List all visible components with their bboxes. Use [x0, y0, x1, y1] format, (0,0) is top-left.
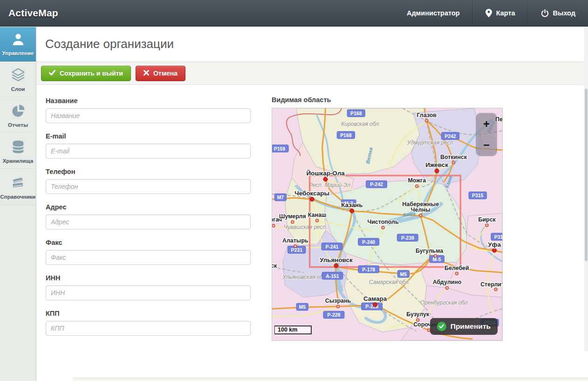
road-badge: Р-228	[323, 311, 344, 318]
apply-button[interactable]: Применить	[430, 318, 498, 335]
sidebar-item-management[interactable]: Управление	[0, 27, 36, 62]
svg-text:Р-239: Р-239	[401, 236, 414, 241]
form-field: E-mail	[46, 132, 251, 159]
apply-button-label: Применить	[451, 322, 491, 331]
field-label: Название	[46, 97, 251, 104]
map-panel-label: Видимая область	[272, 96, 503, 104]
svg-text:Самара: Самара	[363, 295, 387, 302]
svg-text:Можга: Можга	[408, 177, 426, 184]
logout-link[interactable]: Выход	[528, 0, 588, 26]
top-toolbar: Сохранить и выйти Отмена	[36, 62, 588, 85]
logout-label: Выход	[553, 9, 575, 17]
road-badge: Р-242	[366, 180, 387, 187]
svg-text:Канаш: Канаш	[308, 212, 326, 218]
map-scale-bar: 100 km	[274, 326, 312, 334]
header-menu: Администратор Карта Выход	[394, 0, 588, 26]
map-canvas: Кировская обл.Удмуртская респ.Респ. Мари…	[272, 108, 502, 340]
form-field: Адрес	[46, 203, 251, 229]
x-icon	[144, 69, 149, 77]
field-input[interactable]	[46, 215, 251, 229]
svg-text:Йошкар-Ола: Йошкар-Ола	[306, 170, 345, 177]
svg-text:Р242: Р242	[444, 134, 456, 139]
road-badge: М5	[296, 303, 308, 310]
organization-form: НазваниеE-mailТелефонАдресФаксИННКПП	[46, 97, 251, 345]
svg-text:Р231: Р231	[291, 248, 303, 253]
sidebar-item-layers[interactable]: Слои	[0, 62, 36, 97]
pie-chart-icon	[10, 103, 26, 119]
save-button[interactable]: Сохранить и выйти	[41, 66, 131, 81]
map-region-label: Оренбургская обл.	[420, 299, 469, 306]
road-badge: Р-228	[362, 303, 383, 310]
field-input[interactable]	[46, 321, 251, 336]
sidebar-item-reports[interactable]: Отчеты	[0, 97, 36, 133]
sidebar-item-label: Слои	[11, 86, 25, 92]
scrollbar-thumb[interactable]	[585, 89, 588, 261]
zoom-in-button[interactable]: +	[477, 114, 496, 134]
map-link[interactable]: Карта	[473, 0, 528, 26]
user-icon	[10, 32, 26, 47]
svg-text:Бугульма: Бугульма	[416, 248, 443, 254]
svg-text:Абдулино: Абдулино	[433, 279, 462, 285]
main-area: Создание организации Сохранить и выйти О…	[36, 27, 588, 381]
svg-text:Р-242: Р-242	[370, 182, 383, 187]
form-field: Факс	[46, 239, 251, 265]
sidebar-item-storages[interactable]: Хранилища	[0, 133, 36, 169]
map-link-label: Карта	[496, 9, 515, 17]
layers-icon	[10, 67, 26, 83]
svg-text:Уфа: Уфа	[488, 241, 501, 248]
power-icon	[541, 9, 549, 17]
road-badge: М5	[397, 270, 409, 277]
svg-text:Р-240: Р-240	[362, 240, 375, 245]
field-label: E-mail	[46, 132, 251, 140]
sidebar: Управление Слои Отчеты Хранилища	[0, 27, 36, 381]
check-circle-icon	[437, 322, 446, 331]
svg-text:А-151: А-151	[326, 274, 339, 279]
road-badge: Р315	[491, 233, 502, 240]
road-badge: Р-240	[358, 238, 379, 245]
svg-text:М7: М7	[277, 195, 284, 200]
zoom-out-button[interactable]: −	[477, 135, 496, 155]
svg-text:Р-178: Р-178	[362, 267, 375, 272]
sidebar-item-directories[interactable]: Справочники	[0, 169, 36, 205]
sidebar-item-label: Хранилища	[3, 158, 34, 164]
svg-text:М5: М5	[400, 272, 407, 277]
map-city: нск	[272, 263, 277, 269]
field-label: КПП	[46, 310, 251, 317]
save-button-label: Сохранить и выйти	[60, 69, 123, 77]
svg-text:Алатырь: Алатырь	[282, 237, 308, 244]
field-label: Адрес	[46, 203, 251, 211]
road-badge: Р242	[441, 132, 459, 139]
user-menu[interactable]: Администратор	[394, 0, 472, 26]
field-input[interactable]	[46, 108, 251, 123]
svg-text:Р-228: Р-228	[328, 312, 341, 318]
svg-text:Ижевск: Ижевск	[425, 161, 448, 168]
field-input[interactable]	[46, 144, 251, 159]
svg-text:Воткинск: Воткинск	[440, 154, 467, 160]
map-region-label: Удмуртская респ.	[407, 139, 455, 146]
vertical-scrollbar	[584, 27, 588, 351]
sidebar-item-label: Отчеты	[8, 122, 28, 128]
field-label: ИНН	[46, 274, 251, 282]
svg-text:М5: М5	[299, 305, 306, 310]
map-region-label: Ульяновская обл.	[282, 274, 328, 280]
field-input[interactable]	[46, 179, 251, 194]
form-field: Название	[46, 97, 251, 123]
field-label: Факс	[46, 239, 251, 246]
books-icon	[10, 175, 26, 191]
field-input[interactable]	[46, 285, 251, 300]
cancel-button[interactable]: Отмена	[136, 66, 185, 81]
svg-text:Р168: Р168	[340, 133, 352, 138]
field-input[interactable]	[46, 250, 251, 265]
visible-area-map[interactable]: Кировская обл.Удмуртская респ.Респ. Мари…	[272, 108, 503, 341]
page-head: Создание организации	[36, 27, 588, 62]
svg-text:Шумерля: Шумерля	[279, 213, 306, 220]
check-icon	[49, 69, 55, 77]
road-badge: Р-239	[397, 234, 418, 241]
svg-text:Глазов: Глазов	[417, 112, 437, 118]
map-zoom-control: + −	[476, 113, 497, 156]
map-region-label: Самарская обл.	[369, 279, 410, 285]
svg-text:нск: нск	[272, 263, 277, 269]
svg-text:Бирск: Бирск	[478, 216, 496, 223]
svg-text:Р159: Р159	[274, 146, 286, 152]
svg-text:Бузулук: Бузулук	[406, 311, 430, 318]
